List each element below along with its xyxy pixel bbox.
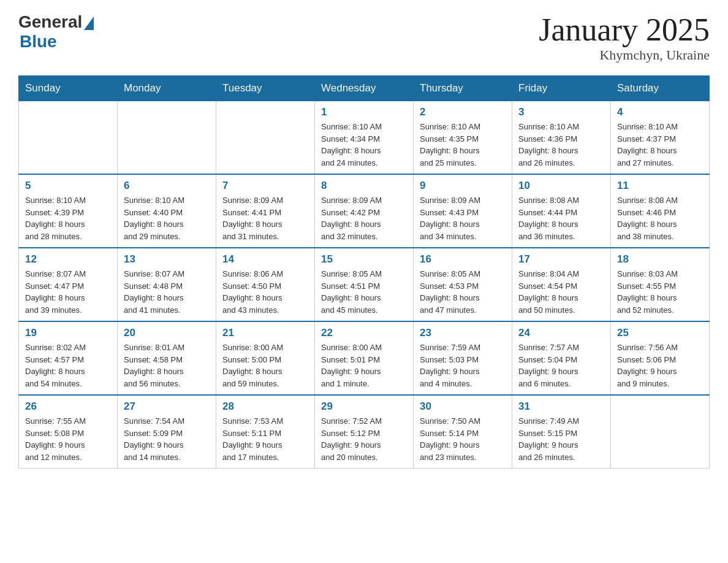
- calendar-week-3: 12Sunrise: 8:07 AMSunset: 4:47 PMDayligh…: [19, 248, 710, 321]
- calendar-week-5: 26Sunrise: 7:55 AMSunset: 5:08 PMDayligh…: [19, 395, 710, 469]
- logo-general-text: General: [18, 12, 82, 32]
- calendar-cell: 8Sunrise: 8:09 AMSunset: 4:42 PMDaylight…: [315, 174, 414, 248]
- calendar-cell: 20Sunrise: 8:01 AMSunset: 4:58 PMDayligh…: [118, 321, 216, 395]
- day-number: 9: [420, 180, 506, 192]
- day-number: 16: [420, 253, 506, 266]
- calendar-cell: [118, 101, 216, 175]
- day-number: 28: [222, 400, 308, 413]
- day-number: 29: [321, 400, 407, 413]
- calendar-cell: 17Sunrise: 8:04 AMSunset: 4:54 PMDayligh…: [512, 248, 611, 321]
- logo-triangle-icon: [84, 17, 94, 30]
- day-number: 21: [222, 327, 308, 339]
- day-number: 17: [518, 253, 604, 266]
- day-number: 24: [518, 327, 604, 339]
- calendar-cell: 13Sunrise: 8:07 AMSunset: 4:48 PMDayligh…: [118, 248, 216, 321]
- day-number: 13: [124, 253, 210, 266]
- day-info: Sunrise: 8:07 AMSunset: 4:48 PMDaylight:…: [124, 268, 210, 316]
- calendar-cell: 27Sunrise: 7:54 AMSunset: 5:09 PMDayligh…: [118, 395, 216, 469]
- header-tuesday: Tuesday: [216, 76, 315, 101]
- day-number: 14: [222, 253, 308, 266]
- day-number: 3: [518, 106, 604, 118]
- day-info: Sunrise: 7:54 AMSunset: 5:09 PMDaylight:…: [124, 415, 210, 463]
- day-number: 23: [420, 327, 506, 339]
- day-number: 5: [25, 180, 111, 192]
- calendar-week-1: 1Sunrise: 8:10 AMSunset: 4:34 PMDaylight…: [19, 101, 710, 175]
- calendar-title: January 2025: [539, 12, 710, 47]
- day-number: 8: [321, 180, 407, 192]
- calendar-cell: 7Sunrise: 8:09 AMSunset: 4:41 PMDaylight…: [216, 174, 315, 248]
- day-info: Sunrise: 8:10 AMSunset: 4:40 PMDaylight:…: [124, 194, 210, 242]
- header-thursday: Thursday: [414, 76, 512, 101]
- header-wednesday: Wednesday: [315, 76, 414, 101]
- page-header: General Blue January 2025 Khymchyn, Ukra…: [18, 12, 710, 63]
- day-info: Sunrise: 8:00 AMSunset: 5:01 PMDaylight:…: [321, 342, 407, 389]
- day-info: Sunrise: 8:00 AMSunset: 5:00 PMDaylight:…: [222, 342, 308, 389]
- day-info: Sunrise: 8:02 AMSunset: 4:57 PMDaylight:…: [25, 342, 111, 389]
- calendar-cell: 19Sunrise: 8:02 AMSunset: 4:57 PMDayligh…: [19, 321, 118, 395]
- day-info: Sunrise: 8:09 AMSunset: 4:41 PMDaylight:…: [222, 194, 308, 242]
- day-number: 20: [124, 327, 210, 339]
- day-info: Sunrise: 8:06 AMSunset: 4:50 PMDaylight:…: [222, 268, 308, 316]
- day-number: 1: [321, 106, 407, 118]
- day-info: Sunrise: 7:59 AMSunset: 5:03 PMDaylight:…: [420, 342, 506, 389]
- weekday-header-row: Sunday Monday Tuesday Wednesday Thursday…: [19, 76, 710, 101]
- day-info: Sunrise: 8:10 AMSunset: 4:39 PMDaylight:…: [25, 194, 111, 242]
- calendar-cell: 29Sunrise: 7:52 AMSunset: 5:12 PMDayligh…: [315, 395, 414, 469]
- day-number: 6: [124, 180, 210, 192]
- logo: General Blue: [18, 12, 94, 52]
- calendar-cell: [19, 101, 118, 175]
- calendar-cell: 4Sunrise: 8:10 AMSunset: 4:37 PMDaylight…: [611, 101, 710, 175]
- day-number: 27: [124, 400, 210, 413]
- header-monday: Monday: [118, 76, 216, 101]
- day-number: 26: [25, 400, 111, 413]
- day-info: Sunrise: 7:49 AMSunset: 5:15 PMDaylight:…: [518, 415, 604, 463]
- day-number: 4: [617, 106, 703, 118]
- calendar-cell: 6Sunrise: 8:10 AMSunset: 4:40 PMDaylight…: [118, 174, 216, 248]
- day-info: Sunrise: 7:57 AMSunset: 5:04 PMDaylight:…: [518, 342, 604, 389]
- day-number: 7: [222, 180, 308, 192]
- day-number: 22: [321, 327, 407, 339]
- day-info: Sunrise: 7:56 AMSunset: 5:06 PMDaylight:…: [617, 342, 703, 389]
- day-info: Sunrise: 8:10 AMSunset: 4:35 PMDaylight:…: [420, 121, 506, 169]
- day-info: Sunrise: 8:05 AMSunset: 4:51 PMDaylight:…: [321, 268, 407, 316]
- calendar-cell: 31Sunrise: 7:49 AMSunset: 5:15 PMDayligh…: [512, 395, 611, 469]
- day-info: Sunrise: 7:52 AMSunset: 5:12 PMDaylight:…: [321, 415, 407, 463]
- day-info: Sunrise: 8:03 AMSunset: 4:55 PMDaylight:…: [617, 268, 703, 316]
- calendar-cell: 30Sunrise: 7:50 AMSunset: 5:14 PMDayligh…: [414, 395, 512, 469]
- calendar-cell: 14Sunrise: 8:06 AMSunset: 4:50 PMDayligh…: [216, 248, 315, 321]
- day-number: 18: [617, 253, 703, 266]
- day-number: 11: [617, 180, 703, 192]
- calendar-cell: 3Sunrise: 8:10 AMSunset: 4:36 PMDaylight…: [512, 101, 611, 175]
- calendar-cell: 1Sunrise: 8:10 AMSunset: 4:34 PMDaylight…: [315, 101, 414, 175]
- logo-blue-text: Blue: [20, 32, 57, 52]
- calendar-cell: 21Sunrise: 8:00 AMSunset: 5:00 PMDayligh…: [216, 321, 315, 395]
- day-number: 12: [25, 253, 111, 266]
- day-number: 10: [518, 180, 604, 192]
- day-info: Sunrise: 8:09 AMSunset: 4:42 PMDaylight:…: [321, 194, 407, 242]
- calendar-cell: 15Sunrise: 8:05 AMSunset: 4:51 PMDayligh…: [315, 248, 414, 321]
- day-number: 2: [420, 106, 506, 118]
- calendar-table: Sunday Monday Tuesday Wednesday Thursday…: [18, 75, 710, 469]
- calendar-cell: [216, 101, 315, 175]
- day-number: 15: [321, 253, 407, 266]
- calendar-cell: 5Sunrise: 8:10 AMSunset: 4:39 PMDaylight…: [19, 174, 118, 248]
- calendar-cell: 22Sunrise: 8:00 AMSunset: 5:01 PMDayligh…: [315, 321, 414, 395]
- calendar-cell: 24Sunrise: 7:57 AMSunset: 5:04 PMDayligh…: [512, 321, 611, 395]
- header-saturday: Saturday: [611, 76, 710, 101]
- calendar-cell: 18Sunrise: 8:03 AMSunset: 4:55 PMDayligh…: [611, 248, 710, 321]
- day-number: 30: [420, 400, 506, 413]
- day-info: Sunrise: 8:07 AMSunset: 4:47 PMDaylight:…: [25, 268, 111, 316]
- calendar-week-4: 19Sunrise: 8:02 AMSunset: 4:57 PMDayligh…: [19, 321, 710, 395]
- calendar-week-2: 5Sunrise: 8:10 AMSunset: 4:39 PMDaylight…: [19, 174, 710, 248]
- title-section: January 2025 Khymchyn, Ukraine: [539, 12, 710, 63]
- day-number: 31: [518, 400, 604, 413]
- day-info: Sunrise: 8:05 AMSunset: 4:53 PMDaylight:…: [420, 268, 506, 316]
- header-sunday: Sunday: [19, 76, 118, 101]
- day-info: Sunrise: 7:50 AMSunset: 5:14 PMDaylight:…: [420, 415, 506, 463]
- calendar-cell: 28Sunrise: 7:53 AMSunset: 5:11 PMDayligh…: [216, 395, 315, 469]
- calendar-cell: 26Sunrise: 7:55 AMSunset: 5:08 PMDayligh…: [19, 395, 118, 469]
- calendar-cell: 10Sunrise: 8:08 AMSunset: 4:44 PMDayligh…: [512, 174, 611, 248]
- header-friday: Friday: [512, 76, 611, 101]
- calendar-cell: 11Sunrise: 8:08 AMSunset: 4:46 PMDayligh…: [611, 174, 710, 248]
- calendar-cell: 2Sunrise: 8:10 AMSunset: 4:35 PMDaylight…: [414, 101, 512, 175]
